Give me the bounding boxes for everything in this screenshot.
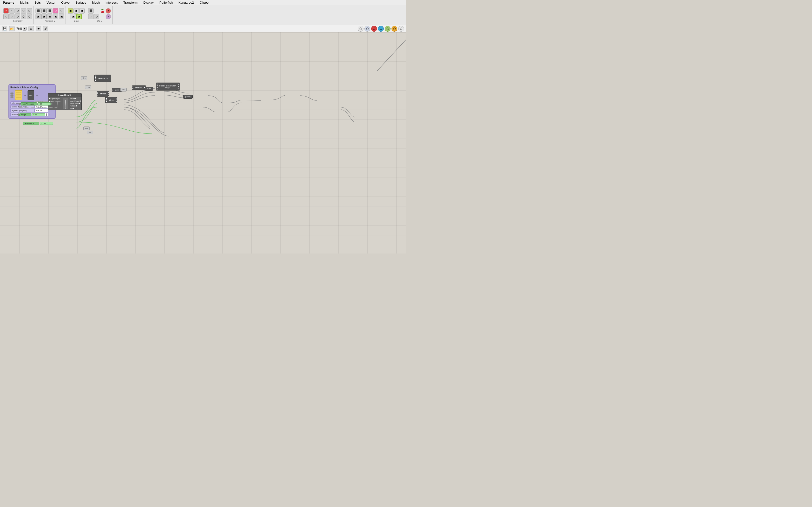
tb-hex7-icon[interactable]: ⬡ — [21, 14, 26, 19]
decorative-line — [377, 40, 406, 71]
prim-icon9[interactable]: ▣ — [53, 14, 58, 19]
crv-label-3: Crv — [122, 89, 125, 91]
right-icon7[interactable]: ⬡ — [398, 26, 404, 32]
param-value-layer[interactable]: 1.50 — [35, 109, 48, 112]
menu-intersect[interactable]: Intersect — [105, 0, 119, 5]
paint-btn[interactable]: 🖌 — [43, 26, 48, 32]
box-node: Box — [28, 90, 34, 100]
port-vertices: vertices — [70, 105, 81, 107]
num-fibonacci-value[interactable]: ○ 18 — [38, 102, 51, 106]
right-icon2[interactable]: ⬡ — [364, 26, 370, 32]
menu-mesh[interactable]: Mesh — [91, 0, 101, 5]
menu-clipper[interactable]: Clipper — [199, 0, 210, 5]
tb-hex1-icon[interactable]: ⬡ — [15, 8, 20, 13]
prim-icon4[interactable]: ⬡ — [53, 8, 58, 13]
menubar: Params Maths Sets Vector Curve Surface M… — [0, 0, 406, 5]
group-dots-top — [38, 101, 43, 102]
cherry-icon[interactable]: 🍒 — [100, 8, 105, 13]
yellow-param-box — [15, 90, 22, 100]
zoom-dropdown[interactable]: ▼ — [23, 27, 27, 31]
height-number: 30 — [35, 114, 37, 116]
menu-vector[interactable]: Vector — [45, 0, 56, 5]
menu-pufferfish[interactable]: Pufferfish — [158, 0, 174, 5]
util-icon3[interactable]: ⬡ — [88, 14, 94, 19]
fib-value-dot: ○ — [39, 103, 40, 105]
right-icon1[interactable]: ⬡ — [358, 26, 363, 32]
util-icon1[interactable]: ⬛ — [88, 8, 94, 13]
group-dots-bottom — [38, 107, 43, 108]
input-label: Input — [74, 20, 79, 22]
input-icon2[interactable]: ▣ — [73, 8, 79, 13]
prim-icon6[interactable]: ▣ — [36, 14, 41, 19]
menu-transform[interactable]: Transform — [122, 0, 139, 5]
menu-display[interactable]: Display — [142, 0, 155, 5]
gcode-out-points — [177, 89, 179, 89]
right-icon6[interactable]: ⬡ — [392, 26, 397, 32]
tb-hex5-icon[interactable]: ⬡ — [9, 14, 14, 19]
config-node-area: → Box → — [10, 90, 54, 100]
eye-btn[interactable]: 👁 — [36, 26, 41, 32]
tb-hex2-icon[interactable]: ⬡ — [21, 8, 26, 13]
menu-params[interactable]: Params — [2, 0, 15, 5]
geometry-label: Geometry — [13, 20, 22, 22]
input-icon3[interactable]: ▣ — [79, 8, 85, 13]
height-left-dot2 — [18, 115, 19, 116]
panel-title: Potterbot Printer Config — [10, 86, 54, 89]
right-icon3[interactable]: ⬡ — [371, 26, 377, 32]
prim-icon3[interactable]: ⬛ — [47, 8, 52, 13]
prim-icon10[interactable]: ▣ — [59, 14, 64, 19]
input-dot5 — [10, 96, 12, 98]
canvas-area[interactable]: Potterbot Printer Config — [0, 32, 406, 253]
rebcrv-node-2: RebCrv — [132, 86, 146, 90]
prim-icon7[interactable]: ▣ — [41, 14, 47, 19]
prim-icon8[interactable]: ▣ — [47, 14, 52, 19]
menu-curve[interactable]: Curve — [60, 0, 70, 5]
mirror2-out-Y — [116, 101, 117, 102]
left-dot1 — [19, 103, 20, 104]
rebcrv1-in-P — [95, 77, 96, 78]
prim-icon2[interactable]: ⬛ — [41, 8, 47, 13]
menu-kangaroo2[interactable]: Kangaroo2 — [177, 0, 195, 5]
input-icon4[interactable]: ▣ — [70, 14, 76, 19]
gcode-out-height — [177, 86, 179, 87]
left-dot2 — [19, 104, 20, 106]
menu-maths[interactable]: Maths — [19, 0, 30, 5]
input-icon1[interactable]: ▣ — [68, 8, 73, 13]
slider-group: NumFibonacci ○ 18 — [18, 101, 57, 108]
app-window: Params Maths Sets Vector Curve Surface M… — [0, 0, 406, 253]
tb-x-icon[interactable]: ✕ — [3, 8, 9, 13]
right-icon4[interactable]: ⬡ — [378, 26, 384, 32]
util-arrow2-icon[interactable]: → — [100, 14, 105, 19]
input-dot3 — [10, 95, 12, 96]
menu-surface[interactable]: Surface — [74, 0, 87, 5]
tb-hex3-icon[interactable]: ⬡ — [27, 8, 32, 13]
prim-icon1[interactable]: ⬛ — [36, 8, 41, 13]
rebcrv2-in-P — [133, 88, 134, 89]
point-count-value[interactable]: ○ 150 — [40, 122, 53, 125]
crv-node-1: Crv — [81, 76, 87, 80]
tb-hex8-icon[interactable]: ⬡ — [27, 14, 32, 19]
mirror-node-2: Mirror — [105, 97, 117, 103]
util-arrow-icon[interactable]: → — [94, 8, 99, 13]
right-icon5[interactable]: ⬡ — [385, 26, 391, 32]
mirror1-in-Y — [97, 93, 98, 94]
input-icon5[interactable]: ▣ — [77, 14, 82, 19]
geo-label: Geo — [147, 88, 151, 90]
util-icon5[interactable]: ▲ — [106, 14, 111, 19]
height-value[interactable]: ○ 30 — [32, 113, 45, 116]
port-layer-height: LayerHeight — [49, 98, 61, 100]
tb-hex4-icon[interactable]: ⬡ — [3, 14, 9, 19]
open-btn[interactable]: 📂 — [9, 26, 14, 32]
fit-view-btn[interactable]: ⊞ — [29, 26, 34, 32]
toolbar-group-geometry: ✕ ○ ⬡ ⬡ ⬡ ⬡ ⬡ ⬡ ⬡ ⬡ Geometry — [2, 6, 34, 24]
prim-icon5[interactable]: ⬡ — [59, 8, 64, 13]
pin-node-2: Pin — [87, 131, 93, 134]
save-btn[interactable]: 💾 — [2, 26, 7, 32]
menu-sets[interactable]: Sets — [33, 0, 42, 5]
util-icon4[interactable]: ⬡ — [94, 14, 99, 19]
tb-circle-icon[interactable]: ○ — [9, 8, 14, 13]
height-right-dot2 — [46, 115, 47, 116]
tb-hex6-icon[interactable]: ⬡ — [15, 14, 20, 19]
util-icon2[interactable]: ● — [106, 8, 111, 13]
height-label: height — [19, 113, 32, 116]
